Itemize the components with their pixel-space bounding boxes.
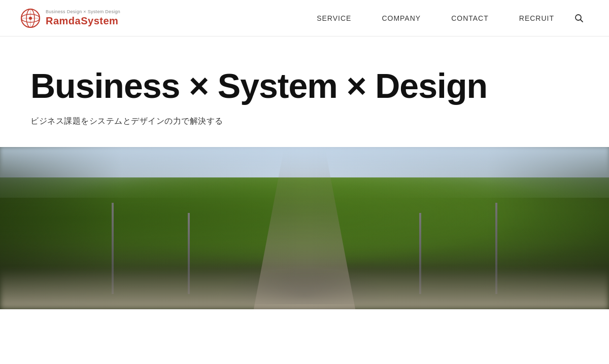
hero-subheading: ビジネス課題をシステムとデザインの力で解決する xyxy=(30,116,579,127)
tilt-bottom xyxy=(0,269,609,309)
nav-item-service[interactable]: SERVICE xyxy=(301,14,366,22)
nav-item-contact[interactable]: CONTACT xyxy=(436,14,504,22)
tilt-top xyxy=(0,147,609,177)
site-header: Business Design × System Design RamdaSys… xyxy=(0,0,609,37)
logo-icon xyxy=(20,8,41,28)
logo-area[interactable]: Business Design × System Design RamdaSys… xyxy=(20,8,120,28)
nav-item-company[interactable]: COMPANY xyxy=(366,14,436,22)
main-nav: SERVICE COMPANY CONTACT RECRUIT xyxy=(301,14,589,23)
search-icon xyxy=(574,14,584,23)
svg-line-7 xyxy=(581,19,583,22)
hero-heading: Business × System × Design xyxy=(30,67,579,105)
hero-text-section: Business × System × Design ビジネス課題をシステムとデ… xyxy=(0,37,609,147)
search-button[interactable] xyxy=(569,14,589,23)
logo-text: Business Design × System Design RamdaSys… xyxy=(46,9,120,27)
nav-item-recruit[interactable]: RECRUIT xyxy=(504,14,569,22)
hero-image xyxy=(0,147,609,309)
logo-tagline: Business Design × System Design xyxy=(46,9,120,15)
logo-name: RamdaSystem xyxy=(46,15,120,27)
